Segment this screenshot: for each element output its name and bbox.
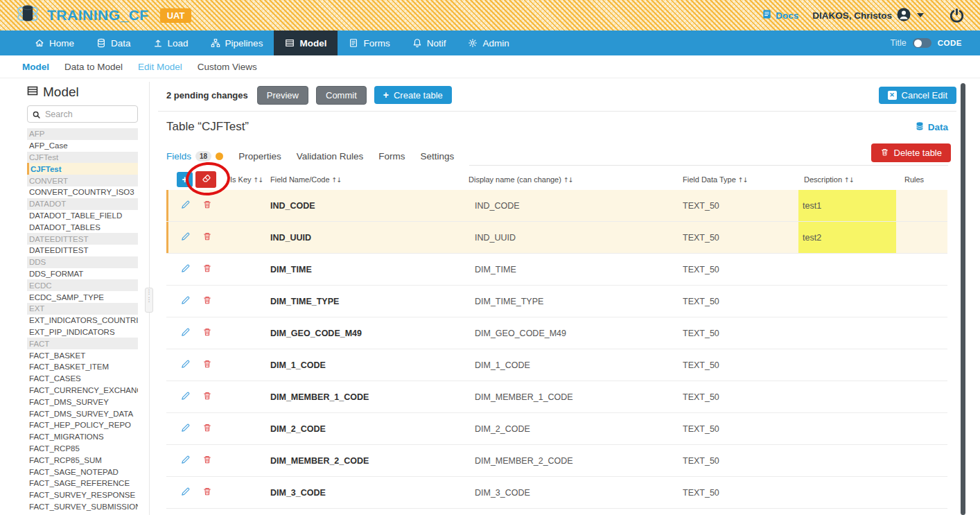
edit-field-button[interactable] bbox=[180, 487, 191, 499]
delete-field-button[interactable] bbox=[202, 423, 212, 435]
sidebar-list-item[interactable]: ECDC bbox=[27, 279, 138, 291]
sidebar-resize-handle[interactable] bbox=[145, 288, 153, 313]
delete-field-button[interactable] bbox=[202, 359, 212, 371]
sidebar-list-item[interactable]: CONVERT_COUNTRY_ISO3 bbox=[27, 186, 138, 198]
brand[interactable]: TRAINING_CF UAT bbox=[15, 2, 191, 28]
column-header-field-name[interactable]: Field Name/Code bbox=[268, 175, 469, 184]
create-table-button[interactable]: Create table bbox=[374, 86, 452, 104]
sidebar-list-item[interactable]: FACT_DMS_SURVEY bbox=[27, 396, 138, 408]
vertical-scrollbar[interactable] bbox=[961, 83, 965, 515]
sidebar-list-item[interactable]: FACT_SAGE_REFERENCE bbox=[27, 478, 138, 489]
rules-cell bbox=[896, 509, 947, 515]
nav-item-model[interactable]: Model bbox=[274, 30, 338, 55]
pencil-icon bbox=[180, 423, 191, 435]
sidebar-list-item[interactable]: FACT bbox=[27, 338, 138, 349]
sidebar-list-item[interactable]: EXT_INDICATORS_COUNTRIES bbox=[27, 315, 138, 326]
tab-properties[interactable]: Properties bbox=[238, 151, 281, 166]
sidebar-list-item[interactable]: FACT_SURVEY_RESPONSE bbox=[27, 489, 138, 501]
sidebar-list-item[interactable]: FACT_BASKET_ITEM bbox=[27, 361, 138, 373]
table-title-row: Table “CJFTest” Data bbox=[166, 118, 948, 136]
form-icon bbox=[349, 38, 358, 48]
delete-field-button[interactable] bbox=[202, 200, 212, 211]
sidebar-list-item[interactable]: FACT_DMS_SURVEY_DATA bbox=[27, 408, 138, 419]
subnav-edit-model[interactable]: Edit Model bbox=[138, 62, 182, 72]
sidebar-list-item[interactable]: FACT_RCP85 bbox=[27, 443, 138, 455]
delete-field-button[interactable] bbox=[202, 391, 212, 403]
tab-settings[interactable]: Settings bbox=[420, 151, 454, 166]
nav-item-admin[interactable]: Admin bbox=[457, 30, 520, 55]
data-type-cell: TEXT_50 bbox=[683, 349, 798, 381]
delete-field-button[interactable] bbox=[202, 487, 212, 498]
nav-item-forms[interactable]: Forms bbox=[338, 30, 401, 55]
delete-field-button[interactable] bbox=[202, 263, 212, 275]
data-link[interactable]: Data bbox=[915, 121, 948, 133]
nav-item-home[interactable]: Home bbox=[24, 30, 85, 55]
tab-forms[interactable]: Forms bbox=[378, 151, 405, 166]
delete-field-button[interactable] bbox=[202, 327, 212, 339]
edit-field-button[interactable] bbox=[180, 391, 191, 403]
docs-label: Docs bbox=[776, 10, 798, 21]
sidebar-list-item[interactable]: FACT_HEP_POLICY_REPO bbox=[27, 419, 138, 431]
edit-field-button[interactable] bbox=[180, 455, 191, 467]
sidebar-list-item[interactable]: DATEEDITTEST bbox=[27, 245, 138, 256]
sidebar-list-item[interactable]: FACT_MIGRATIONS bbox=[27, 431, 138, 443]
title-code-toggle[interactable] bbox=[913, 38, 931, 48]
edit-field-button[interactable] bbox=[180, 200, 191, 212]
cancel-edit-button[interactable]: Cancel Edit bbox=[879, 87, 956, 104]
column-header-is-key[interactable]: Is Key bbox=[229, 175, 268, 184]
nav-item-data[interactable]: Data bbox=[85, 30, 142, 55]
tab-validation-rules[interactable]: Validation Rules bbox=[297, 151, 364, 166]
user-menu[interactable]: DIAKOS, Christos bbox=[812, 8, 924, 24]
edit-field-button[interactable] bbox=[180, 359, 191, 372]
column-header-description[interactable]: Description bbox=[798, 175, 896, 184]
delete-field-button[interactable] bbox=[202, 232, 212, 243]
sidebar-list-item[interactable]: AFP_Case bbox=[27, 140, 138, 152]
sidebar-list-item[interactable]: EXT_PIP_INDICATORS bbox=[27, 326, 138, 338]
logout-power-button[interactable] bbox=[949, 8, 965, 24]
column-header-display-name[interactable]: Display name (can change) bbox=[469, 175, 683, 184]
edit-field-button[interactable] bbox=[180, 423, 191, 435]
sidebar-list-item[interactable]: DATADOT bbox=[27, 198, 138, 210]
delete-field-button[interactable] bbox=[202, 295, 212, 307]
sidebar-list-item[interactable]: CONVERT bbox=[27, 175, 138, 186]
edit-field-button[interactable] bbox=[180, 295, 191, 308]
sidebar-list-item[interactable]: FACT_BASKET bbox=[27, 349, 138, 361]
subnav-custom-views[interactable]: Custom Views bbox=[198, 62, 257, 72]
sidebar-list-item[interactable]: DATEEDITTEST bbox=[27, 233, 138, 245]
sidebar-list-item[interactable]: FACT_RCP85_SUM bbox=[27, 454, 138, 466]
sidebar-list-item[interactable]: CJFTest bbox=[27, 152, 138, 164]
field-row: IND_CODE IND_CODE TEXT_50 test1 bbox=[166, 190, 947, 222]
sidebar-list-item[interactable]: FACT_CURRENCY_EXCHANGE bbox=[27, 385, 138, 396]
sidebar-list-item[interactable]: CJFTest bbox=[27, 163, 138, 175]
add-field-button[interactable] bbox=[177, 172, 193, 187]
nav-item-notif[interactable]: Notif bbox=[401, 30, 457, 55]
edit-field-button[interactable] bbox=[180, 263, 191, 276]
preview-button[interactable]: Preview bbox=[257, 86, 308, 105]
subnav-data-to-model[interactable]: Data to Model bbox=[64, 62, 123, 72]
delete-field-button[interactable] bbox=[202, 455, 212, 466]
eraser-button[interactable] bbox=[195, 171, 216, 188]
sidebar-list-item[interactable]: FACT_SURVEY_SUBMISSION bbox=[27, 501, 138, 513]
sidebar-list-item[interactable]: DATADOT_TABLES bbox=[27, 221, 138, 233]
docs-link[interactable]: Docs bbox=[762, 9, 798, 21]
trash-icon bbox=[202, 391, 212, 403]
sidebar-list-item[interactable]: AFP bbox=[27, 128, 138, 140]
sidebar-list-item[interactable]: FACT_SAGE_NOTEPAD bbox=[27, 466, 138, 478]
sidebar-list-item[interactable]: ECDC_SAMP_TYPE bbox=[27, 291, 138, 303]
edit-field-button[interactable] bbox=[180, 327, 191, 340]
search-input[interactable] bbox=[27, 105, 138, 123]
nav-item-pipelines[interactable]: Pipelines bbox=[200, 30, 274, 55]
nav-item-load[interactable]: Load bbox=[142, 30, 200, 55]
is-key-cell bbox=[229, 222, 268, 253]
delete-table-button[interactable]: Delete table bbox=[871, 143, 951, 162]
edit-field-button[interactable] bbox=[180, 232, 191, 244]
column-header-data-type[interactable]: Field Data Type bbox=[683, 175, 798, 184]
subnav-model[interactable]: Model bbox=[22, 62, 49, 72]
sidebar-list-item[interactable]: FACT_CASES bbox=[27, 373, 138, 385]
tab-fields[interactable]: Fields 18 bbox=[166, 151, 223, 166]
sidebar-list-item[interactable]: EXT bbox=[27, 303, 138, 315]
sidebar-list-item[interactable]: DDS bbox=[27, 256, 138, 268]
sidebar-list-item[interactable]: DDS_FORMAT bbox=[27, 268, 138, 280]
commit-button[interactable]: Commit bbox=[316, 86, 367, 105]
sidebar-list-item[interactable]: DATADOT_TABLE_FIELD bbox=[27, 210, 138, 222]
